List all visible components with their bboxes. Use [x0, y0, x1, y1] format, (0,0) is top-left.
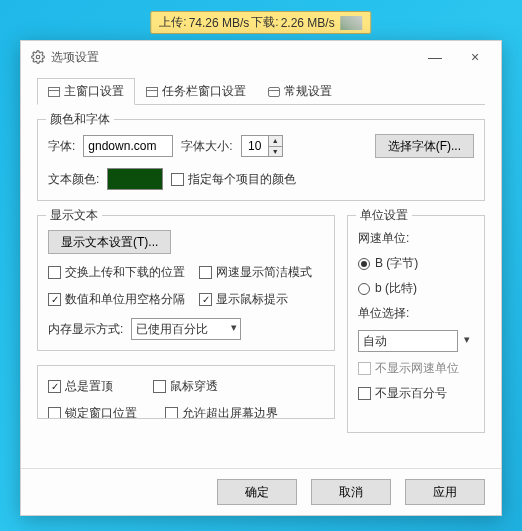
checkbox-box [199, 266, 212, 279]
dialog-body: 主窗口设置 任务栏窗口设置 常规设置 颜色和字体 字体: 字体大小: [21, 73, 501, 468]
radio-label: B (字节) [375, 255, 418, 272]
checkbox-box: ✓ [199, 293, 212, 306]
font-size-label: 字体大小: [181, 138, 232, 155]
font-size-spinner[interactable]: ▲ ▼ [241, 135, 283, 157]
speed-overlay[interactable]: 上传: 74.26 MB/s 下载: 2.26 MB/s [150, 11, 371, 34]
unit-bit-radio[interactable]: b (比特) [358, 280, 474, 297]
tab-label: 常规设置 [284, 83, 332, 100]
checkbox-label: 显示鼠标提示 [216, 291, 288, 308]
font-label: 字体: [48, 138, 75, 155]
unit-select-label: 单位选择: [358, 305, 474, 322]
checkbox-box: ✓ [48, 293, 61, 306]
radio-dot [358, 283, 370, 295]
checkbox-label: 网速显示简洁模式 [216, 264, 312, 281]
memory-display-select[interactable]: 已使用百分比 [131, 318, 241, 340]
display-text-settings-button[interactable]: 显示文本设置(T)... [48, 230, 171, 254]
group-display-text: 显示文本 显示文本设置(T)... 交换上传和下载的位置 网速显示简洁模式 [37, 215, 335, 351]
tab-general[interactable]: 常规设置 [257, 78, 343, 105]
unit-byte-radio[interactable]: B (字节) [358, 255, 474, 272]
checkbox-box [358, 387, 371, 400]
checkbox-label: 不显示百分号 [375, 385, 447, 402]
window-icon [268, 87, 280, 97]
options-dialog: 选项设置 ― × 主窗口设置 任务栏窗口设置 常规设置 颜色和字体 字体: [20, 40, 502, 516]
checkbox-label: 不显示网速单位 [375, 360, 459, 377]
allow-offscreen-checkbox[interactable]: 允许超出屏幕边界 [165, 405, 278, 419]
checkbox-box [48, 407, 61, 419]
checkbox-box [171, 173, 184, 186]
group-title: 单位设置 [356, 207, 412, 224]
memory-display-label: 内存显示方式: [48, 321, 123, 338]
checkbox-label: 鼠标穿透 [170, 378, 218, 395]
checkbox-label: 交换上传和下载的位置 [65, 264, 185, 281]
compact-speed-checkbox[interactable]: 网速显示简洁模式 [199, 264, 312, 281]
upload-value: 74.26 MB/s [189, 16, 250, 30]
dialog-button-bar: 确定 取消 应用 [21, 468, 501, 515]
space-separator-checkbox[interactable]: ✓ 数值和单位用空格分隔 [48, 291, 185, 308]
tab-main-window[interactable]: 主窗口设置 [37, 78, 135, 105]
group-misc: ✓ 总是置顶 鼠标穿透 锁定窗口位置 [37, 365, 335, 419]
checkbox-label: 指定每个项目的颜色 [188, 171, 296, 188]
group-unit: 单位设置 网速单位: B (字节) b (比特) 单位选择: [347, 215, 485, 433]
tab-taskbar-window[interactable]: 任务栏窗口设置 [135, 78, 257, 105]
window-title: 选项设置 [51, 49, 415, 66]
unit-select[interactable]: 自动 [358, 330, 458, 352]
svg-point-0 [36, 55, 40, 59]
checkbox-label: 允许超出屏幕边界 [182, 405, 278, 419]
checkbox-label: 数值和单位用空格分隔 [65, 291, 185, 308]
apply-button[interactable]: 应用 [405, 479, 485, 505]
ok-button[interactable]: 确定 [217, 479, 297, 505]
group-title: 显示文本 [46, 207, 102, 224]
checkbox-box [48, 266, 61, 279]
window-icon [146, 87, 158, 97]
group-font-color: 颜色和字体 字体: 字体大小: ▲ ▼ 选择字体(F)... 文本颜色: [37, 119, 485, 201]
window-icon [48, 87, 60, 97]
checkbox-box [153, 380, 166, 393]
checkbox-box [165, 407, 178, 419]
hide-speed-unit-checkbox: 不显示网速单位 [358, 360, 474, 377]
spin-down-icon[interactable]: ▼ [268, 147, 282, 157]
font-size-value[interactable] [242, 136, 268, 156]
download-label: 下载: [251, 14, 278, 31]
checkbox-label: 锁定窗口位置 [65, 405, 137, 419]
download-value: 2.26 MB/s [281, 16, 335, 30]
show-tooltip-checkbox[interactable]: ✓ 显示鼠标提示 [199, 291, 288, 308]
choose-font-button[interactable]: 选择字体(F)... [375, 134, 474, 158]
swap-ul-dl-checkbox[interactable]: 交换上传和下载的位置 [48, 264, 185, 281]
group-title: 颜色和字体 [46, 111, 114, 128]
text-color-swatch[interactable] [107, 168, 163, 190]
tab-label: 任务栏窗口设置 [162, 83, 246, 100]
lock-position-checkbox[interactable]: 锁定窗口位置 [48, 405, 137, 419]
overlay-thumbnail [341, 16, 363, 30]
mouse-through-checkbox[interactable]: 鼠标穿透 [153, 378, 218, 395]
checkbox-box [358, 362, 371, 375]
spin-up-icon[interactable]: ▲ [268, 136, 282, 147]
per-item-color-checkbox[interactable]: 指定每个项目的颜色 [171, 171, 296, 188]
minimize-button[interactable]: ― [415, 43, 455, 71]
gear-icon [31, 50, 45, 64]
radio-label: b (比特) [375, 280, 417, 297]
font-input[interactable] [83, 135, 173, 157]
speed-unit-label: 网速单位: [358, 230, 474, 247]
radio-dot [358, 258, 370, 270]
checkbox-box: ✓ [48, 380, 61, 393]
tab-label: 主窗口设置 [64, 83, 124, 100]
tab-strip: 主窗口设置 任务栏窗口设置 常规设置 [37, 77, 485, 105]
close-button[interactable]: × [455, 43, 495, 71]
checkbox-label: 总是置顶 [65, 378, 113, 395]
cancel-button[interactable]: 取消 [311, 479, 391, 505]
always-top-checkbox[interactable]: ✓ 总是置顶 [48, 378, 113, 395]
text-color-label: 文本颜色: [48, 171, 99, 188]
upload-label: 上传: [159, 14, 186, 31]
hide-percent-checkbox[interactable]: 不显示百分号 [358, 385, 474, 402]
titlebar: 选项设置 ― × [21, 41, 501, 73]
